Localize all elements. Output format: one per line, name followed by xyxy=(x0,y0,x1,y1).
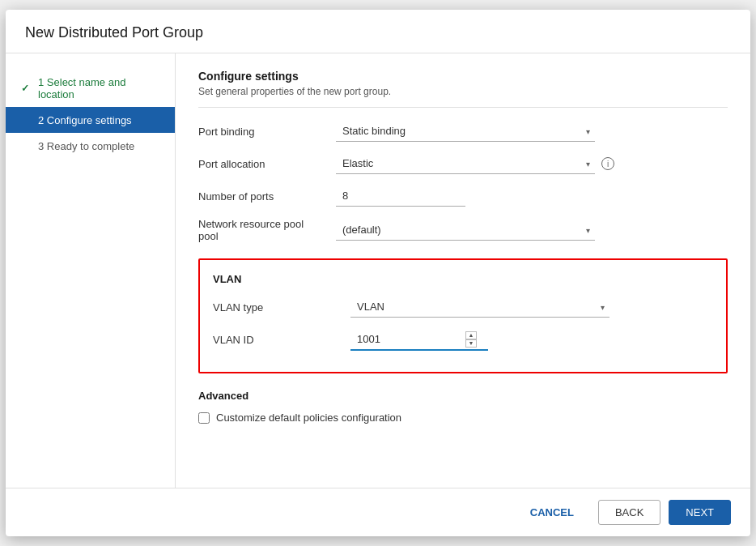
port-allocation-select[interactable]: Elastic Fixed xyxy=(336,153,595,174)
next-button[interactable]: NEXT xyxy=(669,500,731,525)
sidebar-step2-label: 2 Configure settings xyxy=(38,114,132,126)
step3-icon xyxy=(19,139,32,152)
port-allocation-label: Port allocation xyxy=(198,158,336,170)
number-of-ports-input[interactable] xyxy=(336,186,465,207)
vlan-type-select[interactable]: VLAN None VLAN Trunking Private VLAN xyxy=(350,296,609,318)
network-resource-pool-row: Network resource pool pool (default) ▾ xyxy=(198,218,728,242)
customize-policies-label[interactable]: Customize default policies configuration xyxy=(216,412,401,424)
number-of-ports-control xyxy=(336,186,595,207)
sidebar-item-step1[interactable]: ✓ 1 Select name and location xyxy=(6,70,175,107)
port-allocation-control: Elastic Fixed ▾ xyxy=(336,153,595,174)
back-button[interactable]: BACK xyxy=(598,500,660,525)
vlan-id-increment-button[interactable]: ▲ xyxy=(465,331,477,339)
dialog-title: New Distributed Port Group xyxy=(6,10,750,53)
network-resource-pool-control: (default) ▾ xyxy=(336,220,595,241)
new-distributed-port-group-dialog: New Distributed Port Group ✓ 1 Select na… xyxy=(6,10,750,536)
vlan-id-decrement-button[interactable]: ▼ xyxy=(465,339,477,348)
port-binding-row: Port binding Static binding Dynamic bind… xyxy=(198,121,728,142)
advanced-section-title: Advanced xyxy=(198,390,728,402)
vlan-id-row: VLAN ID ▲ ▼ xyxy=(213,329,713,351)
dialog-footer: CANCEL BACK NEXT xyxy=(6,488,750,536)
advanced-section: Advanced Customize default policies conf… xyxy=(198,390,728,424)
port-allocation-info-icon[interactable]: i xyxy=(601,157,614,170)
dialog-body: ✓ 1 Select name and location 2 Configure… xyxy=(6,53,750,488)
sidebar-step3-label: 3 Ready to complete xyxy=(38,140,134,152)
vlan-type-control: VLAN None VLAN Trunking Private VLAN ▾ xyxy=(350,296,609,318)
step1-check-icon: ✓ xyxy=(19,82,32,95)
vlan-type-label: VLAN type xyxy=(213,301,350,314)
step2-icon xyxy=(19,113,32,126)
section-title: Configure settings xyxy=(198,70,728,83)
port-binding-control: Static binding Dynamic binding No bindin… xyxy=(336,121,595,142)
network-resource-pool-select[interactable]: (default) xyxy=(336,220,595,241)
vlan-type-row: VLAN type VLAN None VLAN Trunking Privat… xyxy=(213,296,713,318)
number-of-ports-label: Number of ports xyxy=(198,190,336,203)
customize-policies-checkbox[interactable] xyxy=(198,412,210,424)
sidebar-item-step3[interactable]: 3 Ready to complete xyxy=(6,133,175,159)
vlan-id-spinner: ▲ ▼ xyxy=(465,331,477,348)
vlan-id-input[interactable] xyxy=(350,329,464,349)
sidebar-step1-label: 1 Select name and location xyxy=(38,76,162,100)
vlan-id-control: ▲ ▼ xyxy=(350,329,488,351)
customize-policies-row: Customize default policies configuration xyxy=(198,412,728,424)
port-binding-label: Port binding xyxy=(198,126,336,138)
vlan-section-title: VLAN xyxy=(213,273,713,285)
general-settings-section: Port binding Static binding Dynamic bind… xyxy=(198,121,728,242)
sidebar: ✓ 1 Select name and location 2 Configure… xyxy=(6,53,176,488)
vlan-section: VLAN VLAN type VLAN None VLAN Trunking P… xyxy=(198,258,728,373)
port-binding-select[interactable]: Static binding Dynamic binding No bindin… xyxy=(336,121,595,142)
network-resource-pool-label: Network resource pool pool xyxy=(198,218,336,242)
vlan-id-label: VLAN ID xyxy=(213,334,350,346)
section-desc: Set general properties of the new port g… xyxy=(198,86,728,108)
port-allocation-row: Port allocation Elastic Fixed ▾ i xyxy=(198,153,728,174)
number-of-ports-row: Number of ports xyxy=(198,186,728,207)
sidebar-item-step2[interactable]: 2 Configure settings xyxy=(6,107,175,133)
cancel-button[interactable]: CANCEL xyxy=(514,501,590,524)
main-content: Configure settings Set general propertie… xyxy=(176,53,750,488)
